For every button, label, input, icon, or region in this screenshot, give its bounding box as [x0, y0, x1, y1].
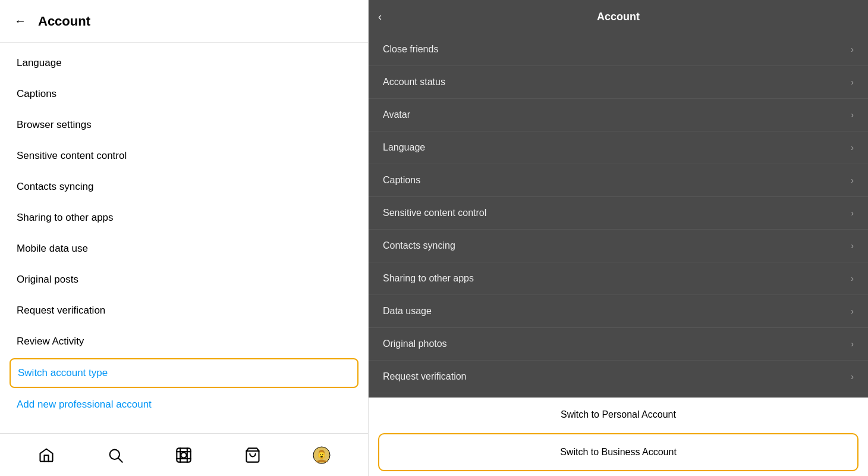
right-menu-item-9[interactable]: Original photos›	[369, 328, 868, 361]
home-icon[interactable]	[36, 444, 57, 466]
right-menu-item-5[interactable]: Sensitive content control›	[369, 197, 868, 230]
left-menu-item-5[interactable]: Sharing to other apps	[0, 202, 368, 233]
svg-point-3	[181, 452, 187, 458]
left-menu-item-6[interactable]: Mobile data use	[0, 233, 368, 264]
right-menu-chevron-3: ›	[851, 143, 854, 152]
right-menu-chevron-5: ›	[851, 208, 854, 218]
right-menu-chevron-8: ›	[851, 306, 854, 316]
right-menu-item-4[interactable]: Captions›	[369, 164, 868, 197]
right-menu-item-8[interactable]: Data usage›	[369, 295, 868, 328]
right-bottom: Switch to Personal Account Switch to Bus…	[369, 397, 868, 476]
svg-text:😮: 😮	[317, 451, 326, 459]
left-menu-item-9[interactable]: Review Activity	[0, 326, 368, 357]
left-menu-item-11[interactable]: Add new professional account	[0, 389, 368, 420]
right-menu-item-label-4: Captions	[383, 175, 420, 186]
search-icon[interactable]	[105, 444, 126, 466]
left-menu-item-3[interactable]: Sensitive content control	[0, 140, 368, 171]
left-panel: ← Account LanguageCaptionsBrowser settin…	[0, 0, 369, 476]
right-menu-chevron-6: ›	[851, 241, 854, 250]
bottom-nav: 😮	[0, 433, 368, 476]
right-menu-item-7[interactable]: Sharing to other apps›	[369, 262, 868, 295]
right-back-icon[interactable]: ‹	[378, 11, 382, 23]
right-header-title: Account	[597, 11, 640, 23]
right-menu-chevron-2: ›	[851, 110, 854, 120]
right-menu-item-label-1: Account status	[383, 77, 445, 87]
right-menu-item-label-2: Avatar	[383, 109, 410, 120]
right-menu-item-11[interactable]: Review activity›	[369, 393, 868, 397]
left-menu-item-1[interactable]: Captions	[0, 79, 368, 109]
left-menu-item-10[interactable]: Switch account type	[10, 358, 358, 388]
left-header: ← Account	[0, 0, 368, 43]
right-menu-chevron-0: ›	[851, 45, 854, 54]
right-menu-item-label-3: Language	[383, 142, 425, 153]
right-menu-item-label-6: Contacts syncing	[383, 240, 455, 251]
right-menu-item-label-7: Sharing to other apps	[383, 273, 474, 284]
left-menu-item-2[interactable]: Browser settings	[0, 109, 368, 140]
svg-rect-2	[177, 448, 191, 462]
switch-personal-button[interactable]: Switch to Personal Account	[369, 397, 868, 431]
right-menu-item-label-10: Request verification	[383, 371, 467, 382]
profile-icon[interactable]: 😮	[311, 444, 332, 466]
shop-icon[interactable]	[242, 444, 263, 466]
right-menu-item-label-5: Sensitive content control	[383, 208, 486, 218]
left-menu: LanguageCaptionsBrowser settingsSensitiv…	[0, 43, 368, 433]
right-menu-item-6[interactable]: Contacts syncing›	[369, 230, 868, 262]
left-menu-item-4[interactable]: Contacts syncing	[0, 171, 368, 202]
right-menu-item-3[interactable]: Language›	[369, 131, 868, 164]
right-menu-item-label-0: Close friends	[383, 44, 438, 55]
left-menu-item-0[interactable]: Language	[0, 48, 368, 79]
right-menu-item-2[interactable]: Avatar›	[369, 99, 868, 131]
right-menu-chevron-9: ›	[851, 339, 854, 349]
right-panel: ‹ Account Close friends›Account status›A…	[369, 0, 868, 476]
right-menu-item-label-8: Data usage	[383, 306, 432, 317]
right-menu-item-10[interactable]: Request verification›	[369, 361, 868, 393]
right-menu-chevron-10: ›	[851, 372, 854, 381]
reels-icon[interactable]	[173, 444, 194, 466]
left-menu-item-8[interactable]: Request verification	[0, 295, 368, 326]
right-header: ‹ Account	[369, 0, 868, 33]
right-menu-chevron-7: ›	[851, 274, 854, 283]
right-menu-item-1[interactable]: Account status›	[369, 66, 868, 99]
right-menu-chevron-1: ›	[851, 77, 854, 87]
right-menu-item-0[interactable]: Close friends›	[369, 33, 868, 66]
left-menu-item-7[interactable]: Original posts	[0, 264, 368, 295]
svg-line-1	[118, 458, 122, 462]
left-header-title: Account	[38, 14, 90, 29]
right-menu: Close friends›Account status›Avatar›Lang…	[369, 33, 868, 397]
switch-business-button[interactable]: Switch to Business Account	[378, 433, 858, 471]
right-menu-chevron-4: ›	[851, 176, 854, 185]
right-menu-item-label-9: Original photos	[383, 339, 447, 349]
back-button[interactable]: ←	[12, 12, 29, 30]
